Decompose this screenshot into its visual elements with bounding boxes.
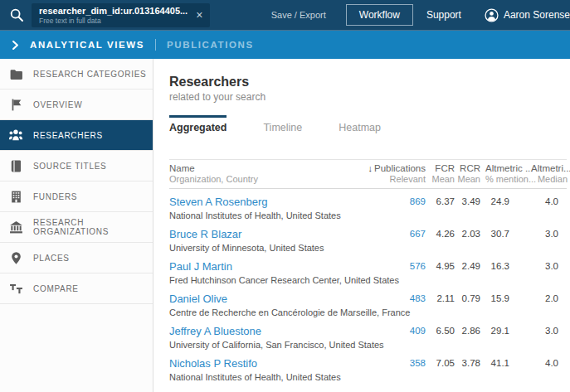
sidebar-item-label: SOURCE TITLES (33, 162, 106, 171)
fcr-mean-value: 4.95 (426, 260, 455, 286)
researcher-org: University of California, San Francisco,… (169, 340, 363, 351)
fcr-mean-value: 4.26 (426, 228, 455, 254)
researcher-cell: Daniel Olive Centre de Recherche en Canc… (169, 293, 363, 318)
bank-icon (8, 220, 23, 235)
column-header-fcr[interactable]: FCR Mean (426, 162, 455, 185)
header-publications-label: Publications (374, 163, 426, 173)
publications-link[interactable]: PUBLICATIONS (167, 40, 254, 50)
fcr-mean-value: 2.11 (426, 293, 455, 318)
support-link[interactable]: Support (426, 9, 461, 21)
sidebar-item-label: RESEARCH ORGANIZATIONS (33, 218, 153, 236)
user-avatar-icon (485, 8, 499, 22)
sidebar-item-compare[interactable]: COMPARE (0, 273, 153, 304)
altmetric-pct-value: 29.1 (480, 325, 524, 351)
researcher-org: Centre de Recherche en Cancérologie de M… (169, 307, 363, 318)
researcher-name-link[interactable]: Bruce R Blazar (169, 228, 363, 240)
sidebar-item-funders[interactable]: FUNDERS (0, 181, 153, 212)
sidebar-item-researchers[interactable]: RESEARCHERS (0, 120, 153, 151)
fcr-mean-value: 7.05 (426, 357, 455, 383)
column-header-publications[interactable]: ↓Publications Relevant (363, 162, 426, 185)
altmetric-median-value: 4.0 (524, 196, 568, 221)
header-fcr-mean-label: Mean (426, 174, 455, 185)
page-subtitle: related to your search (169, 91, 567, 104)
researcher-cell: Jeffrey A Bluestone University of Califo… (169, 325, 363, 351)
researcher-cell: Nicholas P Restifo National Institutes o… (169, 357, 363, 383)
table-row: Daniel Olive Centre de Recherche en Canc… (169, 286, 567, 318)
rcr-mean-value: 2.86 (455, 325, 480, 351)
sidebar-item-research-organizations[interactable]: RESEARCH ORGANIZATIONS (0, 212, 153, 243)
user-name: Aaron Sorense (504, 9, 570, 21)
rcr-mean-value: 3.49 (455, 196, 480, 221)
sidebar-item-label: PLACES (33, 254, 70, 263)
analytical-views-label[interactable]: ANALYTICAL VIEWS (30, 40, 144, 50)
navbar-divider (155, 39, 156, 51)
publications-count-link[interactable]: 358 (363, 357, 426, 383)
sidebar-item-research-categories[interactable]: RESEARCH CATEGORIES (0, 59, 153, 90)
researcher-name-link[interactable]: Steven A Rosenberg (169, 196, 363, 208)
sidebar-item-label: RESEARCHERS (33, 131, 103, 140)
publications-count-link[interactable]: 409 (363, 325, 426, 351)
altmetric-pct-value: 15.9 (480, 293, 524, 318)
altmetric-median-value: 3.0 (524, 228, 568, 254)
search-icon[interactable] (8, 7, 25, 23)
map-pin-icon (8, 250, 23, 265)
fcr-mean-value: 6.37 (426, 196, 455, 221)
researcher-name-link[interactable]: Daniel Olive (169, 293, 363, 305)
table-row: Bruce R Blazar University of Minnesota, … (169, 221, 567, 254)
header-fcr-label: FCR (426, 162, 455, 174)
altmetric-median-value: 4.0 (524, 357, 568, 383)
chevron-right-icon[interactable] (10, 39, 22, 51)
researcher-org: National Institutes of Health, United St… (169, 372, 363, 383)
publications-count-link[interactable]: 869 (363, 196, 426, 221)
researcher-cell: Steven A Rosenberg National Institutes o… (169, 196, 363, 221)
column-header-altmetric-median[interactable]: Altmetri... Median (524, 162, 568, 185)
tab-heatmap[interactable]: Heatmap (339, 115, 381, 134)
close-icon[interactable]: × (196, 9, 202, 21)
sidebar-item-label: COMPARE (33, 284, 79, 293)
researcher-name-link[interactable]: Jeffrey A Bluestone (169, 325, 363, 337)
researcher-name-link[interactable]: Nicholas P Restifo (169, 357, 363, 370)
publications-count-link[interactable]: 483 (363, 293, 426, 318)
search-filter-chip[interactable]: researcher_dim_id:ur.013164405... Free t… (32, 3, 210, 27)
workflow-button[interactable]: Workflow (346, 4, 413, 26)
sort-descending-icon: ↓ (368, 163, 373, 173)
altmetric-pct-value: 41.1 (480, 357, 524, 383)
altmetric-pct-value: 24.9 (480, 196, 524, 221)
sidebar-item-source-titles[interactable]: SOURCE TITLES (0, 151, 153, 181)
tab-timeline[interactable]: Timeline (263, 115, 302, 134)
save-export-link[interactable]: Save / Export (271, 10, 326, 20)
page-title: Researchers (169, 74, 567, 90)
fcr-mean-value: 6.50 (426, 325, 455, 351)
table-row: Paul J Martin Fred Hutchinson Cancer Res… (169, 254, 567, 286)
table-row: Steven A Rosenberg National Institutes o… (169, 189, 567, 221)
user-menu[interactable]: Aaron Sorense (485, 8, 570, 22)
main-panel: Researchers related to your search Aggre… (153, 59, 570, 392)
table-row: Gordon J Freeman Dana–Farber Cancer Inst… (169, 383, 567, 392)
researcher-name-link[interactable]: Paul J Martin (169, 260, 363, 273)
publications-count-link[interactable]: 576 (363, 260, 426, 286)
search-filter-text: researcher_dim_id:ur.013164405... Free t… (39, 6, 188, 25)
column-header-rcr[interactable]: RCR Mean (455, 162, 480, 185)
tab-aggregated[interactable]: Aggregated (169, 115, 227, 134)
researcher-org: National Institutes of Health, United St… (169, 211, 363, 221)
altmetric-pct-value: 30.7 (480, 228, 524, 254)
search-scope-label: Free text in full data (39, 17, 188, 25)
sidebar: RESEARCH CATEGORIES OVERVIEW RESEARCHERS… (0, 59, 153, 392)
rcr-mean-value: 0.79 (455, 293, 480, 318)
column-header-name[interactable]: Name Organization, Country (169, 162, 363, 185)
rcr-mean-value: 2.03 (455, 228, 480, 254)
people-icon (8, 128, 23, 143)
rcr-mean-value: 2.49 (455, 260, 480, 286)
column-header-altmetric-pct[interactable]: Altmetric ... % mention... (480, 162, 524, 185)
header-altmetric-label: Altmetric ... (485, 162, 524, 174)
researcher-cell: Paul J Martin Fred Hutchinson Cancer Res… (169, 260, 363, 286)
publications-count-link[interactable]: 667 (363, 228, 426, 254)
header-relevant-label: Relevant (363, 174, 426, 185)
header-rcr-label: RCR (455, 162, 480, 174)
book-icon (8, 158, 23, 173)
table-row: Nicholas P Restifo National Institutes o… (169, 351, 567, 383)
sidebar-item-places[interactable]: PLACES (0, 243, 153, 273)
altmetric-pct-value: 16.3 (480, 260, 524, 286)
sidebar-item-overview[interactable]: OVERVIEW (0, 90, 153, 120)
researchers-table: Name Organization, Country ↓Publications… (169, 159, 567, 392)
